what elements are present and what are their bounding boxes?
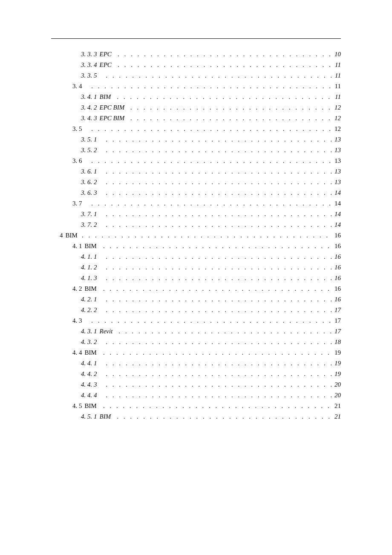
toc-page-number: 10 (334, 51, 341, 58)
toc-leader-dots (106, 275, 333, 282)
toc-number: 3. 6. 1 (81, 168, 97, 175)
toc-page-number: 13 (334, 168, 341, 175)
toc-label: BIM (85, 285, 97, 292)
toc-number: 3. 7. 1 (81, 211, 97, 218)
toc-entry: 4. 2. 116 (51, 296, 341, 303)
toc-entry: 4. 1. 116 (51, 253, 341, 260)
toc-entry: 3. 4. 2EPC BIM12 (51, 104, 341, 111)
toc-number: 4. 4. 3 (81, 381, 97, 388)
toc-page-number: 19 (334, 370, 341, 378)
toc-page-number: 16 (334, 264, 341, 271)
toc-number: 3. 4. 2 (81, 104, 97, 111)
toc-number: 4. 4. 2 (81, 370, 97, 378)
toc-number: 4. 1. 1 (81, 253, 97, 260)
toc-entry: 3. 3. 3EPC10 (51, 51, 341, 58)
toc-page-number: 12 (334, 104, 341, 111)
toc-number: 4. 3. 1 (81, 328, 97, 335)
toc-leader-dots (103, 402, 333, 410)
toc-entry: 4. 4. 420 (51, 392, 341, 399)
toc-leader-dots (106, 296, 333, 303)
toc-entry: 4. 3. 1Revit17 (51, 328, 341, 335)
toc-page-number: 14 (334, 200, 341, 207)
toc-label: Revit (100, 328, 113, 335)
toc-page-number: 13 (334, 157, 341, 165)
toc-entry: 4. 3. 218 (51, 338, 341, 346)
toc-leader-dots (106, 338, 333, 346)
toc-entry: 3. 7. 114 (51, 211, 341, 218)
toc-label: EPC (100, 61, 112, 69)
toc-page-number: 16 (334, 275, 341, 282)
toc-entry: 4. 317 (51, 317, 341, 324)
toc-entry: 4. 4. 219 (51, 370, 341, 378)
toc-number: 4. 3 (72, 317, 82, 324)
toc-number: 3. 7 (72, 200, 82, 207)
toc-page-number: 16 (334, 232, 341, 239)
toc-page-number: 16 (334, 285, 341, 292)
toc-number: 3. 4. 3 (81, 115, 97, 122)
toc-leader-dots (106, 392, 333, 399)
toc-page-number: 13 (334, 136, 341, 143)
toc-leader-dots (106, 189, 333, 197)
toc-number: 3. 4 (72, 83, 82, 90)
toc-leader-dots (117, 93, 333, 101)
toc-number: 3. 7. 2 (81, 221, 97, 228)
toc-page-number: 16 (334, 243, 341, 250)
toc-page-number: 12 (334, 115, 341, 122)
toc-leader-dots (106, 381, 333, 388)
toc-page-number: 21 (334, 402, 341, 410)
toc-leader-dots (106, 360, 333, 367)
toc-number: 4. 1. 2 (81, 264, 97, 271)
toc-entry: 4. 5BIM21 (51, 402, 341, 410)
toc-leader-dots (117, 413, 333, 420)
toc-leader-dots (106, 264, 333, 271)
toc-page-number: 18 (334, 338, 341, 346)
toc-leader-dots (103, 285, 333, 292)
toc-page-number: 17 (334, 306, 341, 314)
toc-leader-dots (106, 370, 333, 378)
toc-page-number: 12 (334, 125, 341, 133)
toc-leader-dots (106, 253, 333, 260)
toc-leader-dots (106, 211, 333, 218)
toc-page-number: 20 (334, 392, 341, 399)
toc-page-number: 21 (334, 413, 341, 420)
toc-leader-dots (91, 125, 333, 133)
document-page: 3. 3. 3EPC103. 3. 4EPC113. 3. 5113. 4113… (0, 0, 392, 449)
toc-number: 3. 3. 5 (81, 72, 97, 79)
toc-leader-dots (91, 200, 333, 207)
toc-page-number: 14 (334, 189, 341, 197)
toc-number: 4. 4. 4 (81, 392, 97, 399)
toc-entry: 4. 4. 119 (51, 360, 341, 367)
toc-leader-dots (91, 157, 333, 165)
toc-page-number: 11 (335, 93, 341, 101)
toc-leader-dots (119, 328, 333, 335)
toc-leader-dots (106, 179, 333, 186)
toc-number: 3. 3. 3 (81, 51, 97, 58)
toc-number: 4. 3. 2 (81, 338, 97, 346)
toc-page-number: 16 (334, 296, 341, 303)
toc-page-number: 11 (335, 83, 341, 90)
toc-label: BIM (100, 413, 111, 420)
toc-leader-dots (91, 83, 333, 90)
toc-entry: 4. 4BIM19 (51, 349, 341, 356)
toc-entry: 4. 4. 320 (51, 381, 341, 388)
toc-label: BIM (100, 93, 111, 101)
toc-entry: 3. 7. 214 (51, 221, 341, 228)
toc-page-number: 11 (335, 61, 341, 69)
toc-entry: 4. 1BIM16 (51, 243, 341, 250)
toc-page-number: 14 (334, 221, 341, 228)
toc-page-number: 19 (334, 349, 341, 356)
toc-entry: 3. 4. 3EPC BIM12 (51, 115, 341, 122)
toc-page-number: 17 (334, 328, 341, 335)
toc-entry: 4. 1. 216 (51, 264, 341, 271)
toc-number: 3. 4. 1 (81, 93, 97, 101)
toc-entry: 3. 3. 4EPC11 (51, 61, 341, 69)
toc-number: 3. 6. 2 (81, 179, 97, 186)
toc-entry: 3. 4. 1BIM11 (51, 93, 341, 101)
toc-entry: 4. 2BIM16 (51, 285, 341, 292)
toc-page-number: 19 (334, 360, 341, 367)
toc-leader-dots (106, 168, 333, 175)
toc-page-number: 16 (334, 253, 341, 260)
toc-number: 3. 3. 4 (81, 61, 97, 69)
toc-number: 3. 6 (72, 157, 82, 165)
table-of-contents: 3. 3. 3EPC103. 3. 4EPC113. 3. 5113. 4113… (51, 51, 341, 420)
